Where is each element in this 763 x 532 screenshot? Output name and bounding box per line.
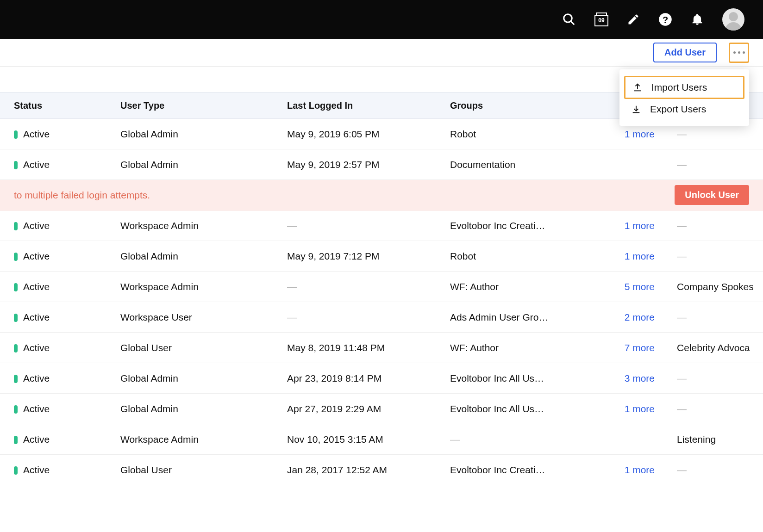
cell-groups: WF: Author [439,342,601,353]
cell-user-type: Global Admin [109,373,276,384]
bell-icon[interactable] [691,13,704,26]
col-groups[interactable]: Groups [439,100,601,111]
groups-more-link[interactable]: 1 more [625,129,655,139]
cell-last: Company Spokes [666,281,763,292]
cell-groups-more: 1 more [601,464,666,476]
cell-user-type: Workspace Admin [109,281,276,292]
download-icon [631,104,642,115]
export-users-item[interactable]: Export Users [624,99,744,119]
cell-user-type: Global Admin [109,251,276,262]
status-indicator [14,344,18,353]
table-row[interactable]: Active Global Admin May 9, 2019 2:57 PM … [0,149,763,180]
cell-status: Active [0,373,109,384]
more-menu-dropdown: Import Users Export Users [619,69,749,126]
table-row[interactable]: Active Workspace Admin — Evoltobor Inc C… [0,210,763,241]
unlock-user-button[interactable]: Unlock User [675,185,749,205]
cell-last-login: — [276,312,439,323]
cell-groups: Evoltobor Inc All Us… [439,373,601,384]
status-indicator [14,161,18,169]
more-menu-button[interactable] [729,43,749,63]
cell-groups-more: 1 more [601,129,666,140]
add-user-button[interactable]: Add User [653,43,717,62]
cell-last: Listening [666,434,763,445]
cell-groups: Ads Admin User Gro… [439,312,601,323]
svg-line-1 [571,21,574,25]
table-row[interactable]: Active Workspace Admin — WF: Author 5 mo… [0,272,763,302]
table-row[interactable]: Active Workspace Admin Nov 10, 2015 3:15… [0,424,763,455]
cell-last-login: May 9, 2019 2:57 PM [276,159,439,170]
cell-last-login: May 8, 2019 11:48 PM [276,342,439,353]
users-table: Status User Type Last Logged In Groups A… [0,92,763,485]
cell-status: Active [0,129,109,140]
cell-last: — [666,220,763,231]
cell-last-login: — [276,220,439,231]
cell-groups-more: 1 more [601,220,666,231]
table-row[interactable]: Active Global User Jan 28, 2017 12:52 AM… [0,455,763,485]
groups-more-link[interactable]: 1 more [625,251,655,261]
top-navbar: 09 ? [0,0,763,39]
cell-groups: Evoltobor Inc All Us… [439,403,601,414]
status-indicator [14,375,18,383]
avatar[interactable] [722,8,744,31]
col-last-login[interactable]: Last Logged In [276,100,439,111]
status-indicator [14,314,18,322]
status-indicator [14,405,18,414]
cell-last: — [666,403,763,414]
cell-groups: Robot [439,251,601,262]
table-row[interactable]: Active Global Admin May 9, 2019 7:12 PM … [0,241,763,272]
cell-user-type: Workspace Admin [109,220,276,231]
table-row[interactable]: Active Global User May 8, 2019 11:48 PM … [0,333,763,363]
groups-more-link[interactable]: 5 more [625,281,655,292]
cell-last-login: May 9, 2019 6:05 PM [276,129,439,140]
export-users-label: Export Users [650,104,706,115]
cell-groups-more: 2 more [601,312,666,323]
cell-status: Active [0,159,109,170]
cell-last-login: Nov 10, 2015 3:15 AM [276,434,439,445]
cell-last: — [666,129,763,140]
cell-groups-more: 7 more [601,342,666,353]
cell-status: Active [0,281,109,292]
cell-groups: Evoltobor Inc Creati… [439,464,601,476]
cell-groups-more: 3 more [601,373,666,384]
cell-last: Celebrity Advoca [666,342,763,353]
help-icon[interactable]: ? [658,12,672,26]
status-indicator [14,283,18,291]
col-user-type[interactable]: User Type [109,100,276,111]
import-users-label: Import Users [651,82,707,93]
col-status[interactable]: Status [0,100,109,111]
cell-last: — [666,312,763,323]
groups-more-link[interactable]: 2 more [625,312,655,322]
locked-user-alert: to multiple failed login attempts. Unloc… [0,180,763,210]
table-row[interactable]: Active Workspace User — Ads Admin User G… [0,302,763,333]
cell-last: — [666,464,763,476]
groups-more-link[interactable]: 3 more [625,373,655,384]
calendar-icon[interactable]: 09 [594,12,608,26]
groups-more-link[interactable]: 1 more [625,403,655,414]
status-indicator [14,130,18,139]
groups-more-link[interactable]: 1 more [625,464,655,475]
cell-last-login: Jan 28, 2017 12:52 AM [276,464,439,476]
import-users-item[interactable]: Import Users [624,76,744,99]
action-bar: Add User [0,39,763,67]
cell-user-type: Global Admin [109,129,276,140]
table-row[interactable]: Active Global Admin Apr 23, 2019 8:14 PM… [0,363,763,394]
cell-last-login: May 9, 2019 7:12 PM [276,251,439,262]
calendar-day: 09 [594,17,608,24]
cell-groups: WF: Author [439,281,601,292]
cell-last-login: — [276,281,439,292]
cell-groups: — [439,434,601,445]
groups-more-link[interactable]: 1 more [625,220,655,231]
search-icon[interactable] [562,12,576,26]
cell-user-type: Workspace Admin [109,434,276,445]
groups-more-link[interactable]: 7 more [625,342,655,353]
cell-last-login: Apr 27, 2019 2:29 AM [276,403,439,414]
cell-groups-more: 5 more [601,281,666,292]
cell-groups: Robot [439,129,601,140]
table-row[interactable]: Active Global Admin Apr 27, 2019 2:29 AM… [0,394,763,424]
cell-status: Active [0,342,109,353]
cell-user-type: Global User [109,342,276,353]
edit-icon[interactable] [627,13,640,26]
cell-last-login: Apr 23, 2019 8:14 PM [276,373,439,384]
status-indicator [14,253,18,261]
svg-point-0 [564,14,572,23]
